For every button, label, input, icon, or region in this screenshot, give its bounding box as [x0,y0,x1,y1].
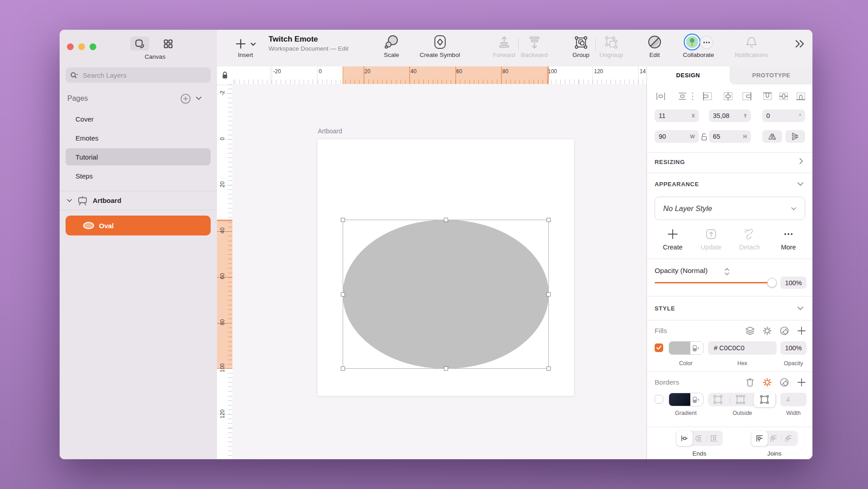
resize-handle-se[interactable] [547,367,551,371]
create-style-icon[interactable] [666,228,679,240]
fill-layers-icon[interactable] [745,325,755,336]
search-layers-field[interactable] [66,67,211,83]
sidebar-item-steps[interactable]: Steps [66,167,211,184]
canvas-view-toggle[interactable] [130,37,149,51]
border-settings-gear-icon[interactable] [762,377,773,388]
fill-color-swatch[interactable] [669,341,703,355]
delete-border-trash-icon[interactable] [745,377,755,388]
alignment-options-dots-icon[interactable] [691,91,694,102]
y-position-field[interactable]: 35,08Y [709,109,751,122]
create-action-label[interactable]: Create [663,244,683,251]
opacity-blend-label[interactable]: Opacity (Normal) [655,267,708,275]
align-middle-vertical-icon[interactable] [778,91,789,102]
edit-button[interactable]: Edit [647,30,662,58]
collaborate-button[interactable]: Collaborate [674,30,723,58]
sidebar-item-emotes[interactable]: Emotes [66,129,211,146]
resize-handle-n[interactable] [444,218,448,222]
opacity-value-field[interactable]: 100% [780,277,807,289]
add-border-icon[interactable] [796,377,807,388]
search-layers-input[interactable] [82,71,206,80]
border-gradient-swatch[interactable] [669,393,703,406]
resize-handle-w[interactable] [341,292,345,296]
height-field[interactable]: 65H [709,130,751,143]
aspect-ratio-lock-icon[interactable] [701,132,708,141]
border-inside-icon[interactable] [712,395,723,404]
blend-mode-stepper-icon[interactable] [724,267,730,276]
end-butt-selected[interactable] [676,431,693,446]
fill-enabled-checkbox[interactable] [655,343,663,352]
minimize-window-button[interactable] [78,43,85,50]
create-symbol-button[interactable]: Create Symbol [420,30,460,58]
add-page-button[interactable] [180,94,191,104]
border-center-icon[interactable] [735,395,746,404]
align-right-icon[interactable] [741,91,753,102]
opacity-slider-track[interactable] [655,282,777,283]
fill-hex-field[interactable]: # C0C0C0 [708,341,777,355]
close-window-button[interactable] [67,43,74,50]
vertical-ruler[interactable]: -2 0 20 40 60 80 100 120 [217,84,233,459]
fill-settings-gear-icon[interactable] [762,325,773,336]
chevron-down-icon[interactable] [250,42,256,46]
appearance-section-header[interactable]: APPEARANCE [655,181,699,188]
resize-handle-nw[interactable] [341,218,345,222]
chevron-down-icon[interactable] [66,198,72,202]
distribute-vertically-icon[interactable] [677,91,688,102]
chevron-down-icon[interactable] [797,182,804,186]
flip-horizontal-button[interactable] [762,130,782,143]
fill-color-well[interactable] [669,342,690,354]
chevron-down-icon[interactable] [797,306,804,310]
width-field[interactable]: 90W [655,130,699,143]
x-position-field[interactable]: 11X [655,109,699,122]
join-miter-selected[interactable] [751,431,768,446]
resize-handle-sw[interactable] [341,367,345,371]
collaborators-overflow-button[interactable] [700,36,713,49]
opacity-slider-knob[interactable] [767,278,777,287]
group-button[interactable]: Group [572,30,590,58]
border-width-field[interactable]: 4 [780,393,807,406]
canvas-viewport[interactable]: Artboard [232,84,646,459]
resize-handle-s[interactable] [444,367,448,371]
align-left-icon[interactable] [701,91,713,102]
tab-design[interactable]: DESIGN [676,72,700,79]
sidebar-item-cover[interactable]: Cover [66,110,211,127]
selection-bounding-box[interactable] [343,220,549,369]
join-bevel-icon[interactable] [784,435,793,442]
join-round-icon[interactable] [769,435,778,442]
horizontal-ruler[interactable]: -20 0 20 40 60 80 100 120 14 [232,66,646,85]
resize-handle-e[interactable] [547,292,551,296]
grid-view-toggle[interactable] [160,37,176,51]
align-top-icon[interactable] [762,91,773,102]
fill-opacity-field[interactable]: 100% [780,341,807,355]
zoom-window-button[interactable] [90,43,96,50]
toolbar-overflow-chevrons-icon[interactable] [794,39,806,49]
resizing-section-header[interactable]: RESIZING [655,159,685,165]
more-action-label[interactable]: More [781,244,796,251]
color-toggle-icon[interactable] [693,396,700,403]
border-enabled-checkbox[interactable] [655,395,663,404]
border-outside-selected[interactable] [754,392,775,407]
collaborator-avatar[interactable] [684,33,701,51]
ruler-corner[interactable] [217,66,233,85]
border-color-well[interactable] [669,393,690,406]
layer-item-artboard[interactable]: Artboard [60,191,217,210]
tab-prototype-label[interactable]: PROTOTYPE [752,72,790,79]
fill-shared-style-icon[interactable] [779,325,790,336]
oval-shape[interactable] [343,220,549,369]
align-bottom-icon[interactable] [795,91,807,102]
color-toggle-icon[interactable] [693,345,700,352]
document-subtitle[interactable]: Workspace Document — Edit [269,45,349,52]
chevron-right-icon[interactable] [799,158,803,165]
distribute-horizontally-icon[interactable] [655,91,666,102]
layer-item-oval[interactable]: Oval [66,216,211,235]
artboard-title[interactable]: Artboard [318,127,342,135]
flip-vertical-button[interactable] [785,130,805,143]
align-center-horizontal-icon[interactable] [722,91,734,102]
end-cap-square-icon[interactable] [709,435,718,442]
sidebar-item-tutorial[interactable]: Tutorial [66,148,211,165]
resize-handle-ne[interactable] [547,218,551,222]
pages-collapse-chevron[interactable] [195,96,202,101]
add-fill-icon[interactable] [796,325,807,336]
layer-style-dropdown[interactable]: No Layer Style [655,197,805,220]
scale-button[interactable]: Scale [383,30,400,58]
border-shared-style-icon[interactable] [779,377,790,388]
